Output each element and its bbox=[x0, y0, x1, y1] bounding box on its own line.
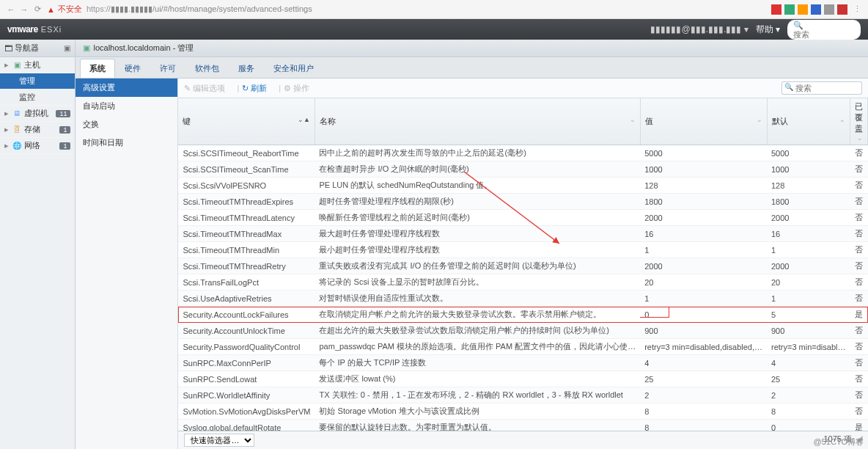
tab[interactable]: 安全和用户 bbox=[264, 59, 323, 78]
cell-override: 否 bbox=[850, 194, 868, 210]
cell-override: 否 bbox=[850, 274, 868, 291]
settings-item[interactable]: 时间和日期 bbox=[76, 134, 177, 152]
table-row[interactable]: SunRPC.MaxConnPerIP每个 IP 的最大 TCP/IP 连接数4… bbox=[178, 355, 867, 371]
cell-value: 8 bbox=[640, 420, 767, 431]
extension-icon[interactable] bbox=[771, 4, 781, 15]
cell-name: pam_passwdqc PAM 模块的原始选项。此值用作 PAM 配置文件中的… bbox=[315, 339, 640, 355]
nav-item[interactable]: ▸🌐网络1 bbox=[0, 138, 75, 154]
cell-override: 否 bbox=[850, 291, 868, 307]
cell-name: 要保留的默认旋转日志数。为零时重置为默认值。 bbox=[315, 420, 640, 431]
tab[interactable]: 服务 bbox=[229, 59, 264, 78]
cell-value: 128 bbox=[640, 178, 767, 194]
nav-item[interactable]: ▸🖥虚拟机11 bbox=[0, 106, 75, 122]
table-row[interactable]: Scsi.TimeoutTMThreadLatency唤醒新任务管理线程之前的延… bbox=[178, 210, 867, 226]
cell-key: Scsi.TimeoutTMThreadMin bbox=[178, 242, 315, 258]
cell-key: Scsi.TimeoutTMThreadMax bbox=[178, 226, 315, 242]
table-row[interactable]: SunRPC.SendLowat发送缓冲区 lowat (%)2525否 bbox=[178, 371, 867, 387]
cell-default: 900 bbox=[767, 323, 850, 339]
settings-item[interactable]: 交换 bbox=[76, 115, 177, 134]
global-search[interactable]: 🔍 bbox=[787, 20, 861, 40]
cell-default: 128 bbox=[767, 178, 850, 194]
table-row[interactable]: SunRPC.WorldletAffinityTX 关联性: 0 - 禁用，1 … bbox=[178, 387, 867, 404]
col-key[interactable]: 键 ▲⌄ bbox=[178, 98, 315, 145]
table-row[interactable]: Scsi.TimeoutTMThreadExpires超时任务管理处理程序线程的… bbox=[178, 194, 867, 210]
menu-icon[interactable]: ⋮ bbox=[850, 4, 864, 15]
twisty-icon: ▸ bbox=[4, 125, 12, 134]
extension-icon[interactable] bbox=[798, 4, 808, 15]
nav-item-label: 主机 bbox=[24, 59, 40, 70]
cell-override: 否 bbox=[850, 371, 868, 387]
grid-search-input[interactable] bbox=[781, 81, 862, 95]
cell-value: 16 bbox=[640, 226, 767, 242]
table-row[interactable]: Security.AccountLockFailures在取消锁定用户帐户之前允… bbox=[178, 307, 867, 323]
edit-option-button[interactable]: ✎ 编辑选项 bbox=[184, 83, 225, 94]
nav-item[interactable]: 监控 bbox=[0, 90, 75, 106]
table-row[interactable]: Security.AccountUnlockTime在超出允许的最大失败登录尝试… bbox=[178, 323, 867, 339]
global-search-input[interactable] bbox=[793, 30, 845, 39]
nav-item[interactable]: ▸🗄存储1 bbox=[0, 122, 75, 138]
table-row[interactable]: Scsi.SCSITimeout_ScanTime在检查超时异步 I/O 之间休… bbox=[178, 161, 867, 178]
cell-override: 否 bbox=[850, 387, 868, 404]
settings-item[interactable]: 高级设置 bbox=[76, 79, 177, 97]
table-row[interactable]: Scsi.UseAdaptiveRetries对暂时错误使用自适应性重试次数。1… bbox=[178, 291, 867, 307]
reload-icon[interactable]: ⟳ bbox=[31, 4, 44, 14]
table-row[interactable]: Scsi.SCSITimeout_ReabortTime因中止之前的超时再次发生… bbox=[178, 145, 867, 161]
pin-icon[interactable]: ▣ bbox=[64, 44, 70, 52]
settings-item[interactable]: 自动启动 bbox=[76, 97, 177, 115]
browser-toolbar: ← → ⟳ ▲ 不安全 https://▮▮▮▮.▮▮▮▮▮/ui/#/host… bbox=[0, 0, 868, 19]
cell-key: Security.PasswordQualityControl bbox=[178, 339, 315, 355]
col-value[interactable]: 值⌄ bbox=[640, 98, 767, 145]
cell-key: Scsi.TimeoutTMThreadRetry bbox=[178, 258, 315, 274]
cell-override: 否 bbox=[850, 258, 868, 274]
tab[interactable]: 软件包 bbox=[185, 59, 229, 78]
nav-item-label: 管理 bbox=[19, 76, 35, 87]
table-row[interactable]: Syslog.global.defaultRotate要保留的默认旋转日志数。为… bbox=[178, 420, 867, 431]
table-row[interactable]: Scsi.TimeoutTMThreadMin最小超时任务管理处理程序线程数11… bbox=[178, 242, 867, 258]
extension-icon[interactable] bbox=[811, 4, 821, 15]
help-menu[interactable]: 帮助 ▾ bbox=[756, 23, 780, 36]
count-badge: 1 bbox=[59, 126, 70, 134]
cell-name: TX 关联性: 0 - 禁用，1 - 正在发布环境，2 - 精确的 RX wor… bbox=[315, 387, 640, 404]
cell-name: 发送缓冲区 lowat (%) bbox=[315, 371, 640, 387]
user-menu[interactable]: ▮▮▮▮▮▮@▮▮▮.▮▮▮.▮▮▮ ▾ bbox=[650, 24, 748, 34]
cell-key: SunRPC.SendLowat bbox=[178, 371, 315, 387]
app-header: vmware ESXi ▮▮▮▮▮▮@▮▮▮.▮▮▮.▮▮▮ ▾ 帮助 ▾ 🔍 bbox=[0, 19, 868, 40]
table-row[interactable]: Scsi.TimeoutTMThreadRetry重试失败或者没有完成其 I/O… bbox=[178, 258, 867, 274]
extension-icon[interactable] bbox=[784, 4, 795, 15]
tab[interactable]: 许可 bbox=[150, 59, 185, 78]
back-icon[interactable]: ← bbox=[4, 5, 18, 14]
cell-name: 初始 Storage vMotion 堆大小与该设置成比例 bbox=[315, 404, 640, 420]
settings-grid[interactable]: 键 ▲⌄ 名称⌄ 值⌄ 默认⌄ 已覆盖⌄ Scsi.SCSITimeout_Re… bbox=[178, 98, 868, 431]
navigator-title: 🗔 导航器 ▣ bbox=[0, 40, 75, 57]
cell-value: 1800 bbox=[640, 194, 767, 210]
breadcrumb: ▣ localhost.localdomain - 管理 bbox=[76, 40, 868, 57]
nav-item[interactable]: 管理 bbox=[0, 73, 75, 90]
table-row[interactable]: Scsi.TransFailLogPct将记录的 Scsi 设备上显示的暂时故障… bbox=[178, 274, 867, 291]
cell-default: 5 bbox=[767, 307, 850, 323]
cell-key: Syslog.global.defaultRotate bbox=[178, 420, 315, 431]
table-row[interactable]: Security.PasswordQualityControlpam_passw… bbox=[178, 339, 867, 355]
cell-value: 8 bbox=[640, 404, 767, 420]
col-default[interactable]: 默认⌄ bbox=[767, 98, 850, 145]
quick-filter-select[interactable]: 快速筛选器… bbox=[184, 434, 254, 447]
nav-item[interactable]: ▸▣主机 bbox=[0, 57, 75, 73]
tab[interactable]: 硬件 bbox=[115, 59, 150, 78]
col-override[interactable]: 已覆盖⌄ bbox=[850, 98, 868, 145]
forward-icon[interactable]: → bbox=[18, 5, 31, 14]
table-row[interactable]: Scsi.ScsiVVolPESNROPE LUN 的默认 schedNumRe… bbox=[178, 178, 867, 194]
extension-icon[interactable] bbox=[824, 4, 834, 15]
actions-button[interactable]: ⚙ 操作 bbox=[284, 83, 309, 94]
navigator-panel: 🗔 导航器 ▣ ▸▣主机管理监控▸🖥虚拟机11▸🗄存储1▸🌐网络1 bbox=[0, 40, 76, 449]
col-name[interactable]: 名称⌄ bbox=[315, 98, 640, 145]
tab[interactable]: 系统 bbox=[80, 59, 115, 78]
grid-panel: ✎ 编辑选项 | ↻ 刷新 | ⚙ 操作 🔍 bbox=[178, 79, 868, 449]
table-row[interactable]: Scsi.TimeoutTMThreadMax最大超时任务管理处理程序线程数16… bbox=[178, 226, 867, 242]
extensions-area: ⋮ bbox=[771, 4, 864, 15]
extension-icon[interactable] bbox=[837, 4, 847, 15]
address-bar[interactable]: https://▮▮▮▮.▮▮▮▮▮/ui/#/host/manage/syst… bbox=[87, 4, 312, 14]
grid-search[interactable]: 🔍 bbox=[781, 81, 862, 95]
refresh-button[interactable]: ↻ 刷新 bbox=[242, 83, 267, 94]
grid-toolbar: ✎ 编辑选项 | ↻ 刷新 | ⚙ 操作 🔍 bbox=[178, 79, 868, 98]
cell-value: 2000 bbox=[640, 258, 767, 274]
table-row[interactable]: SvMotion.SvMotionAvgDisksPerVM初始 Storage… bbox=[178, 404, 867, 420]
